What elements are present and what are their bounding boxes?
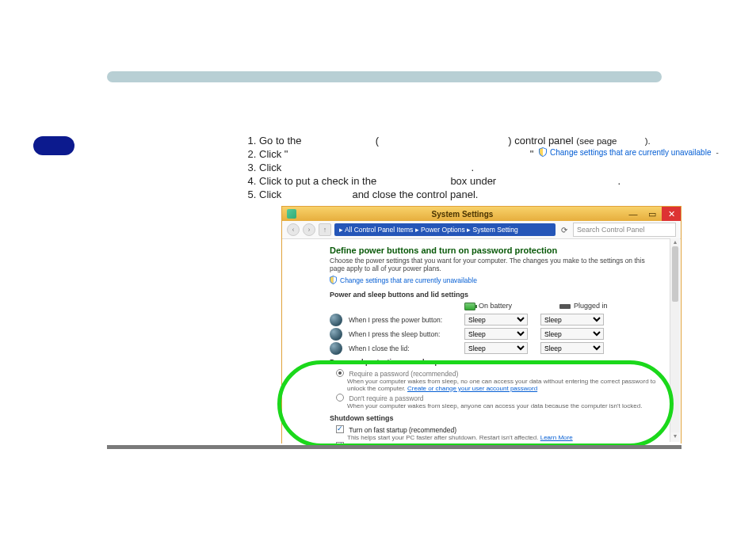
step-3: Click . [259, 162, 654, 174]
radio-label: Don't require a password [349, 394, 423, 402]
sleep-plugged-select[interactable]: Sleep [540, 328, 604, 340]
side-badge [33, 136, 74, 155]
col-battery-label: On battery [479, 302, 512, 310]
sleep-button-icon [330, 328, 342, 341]
page-heading: Define power buttons and turn on passwor… [330, 246, 657, 255]
step-5: Click and close the control panel. [259, 188, 654, 201]
step-text: Click [259, 162, 284, 173]
row-label: When I press the power button: [349, 316, 464, 324]
step-1: Go to the ( ) control panel (see page ). [259, 135, 654, 147]
column-headers: On battery Plugged in [464, 302, 657, 310]
battery-icon [464, 303, 475, 310]
window-body: Define power buttons and turn on passwor… [282, 239, 681, 444]
change-settings-link-text: Change settings that are currently unava… [340, 276, 477, 284]
section-heading-password: Password protection on wakeup [330, 358, 657, 366]
row-close-lid: When I close the lid: Sleep Sleep [330, 342, 657, 355]
checkbox-label: Sleep [349, 443, 366, 444]
checkbox-desc: This helps start your PC faster after sh… [347, 434, 657, 441]
embedded-window-screenshot: System Settings — ▭ ✕ ‹ › ↑ ▸ All Contro… [281, 206, 682, 444]
footer-divider [107, 445, 682, 449]
sleep-battery-select[interactable]: Sleep [464, 328, 528, 340]
shield-icon [539, 147, 547, 157]
section-heading-buttons: Power and sleep buttons and lid settings [330, 291, 657, 299]
row-label: When I close the lid: [349, 345, 464, 352]
lid-battery-select[interactable]: Sleep [464, 342, 528, 354]
step-4: Click to put a check in the box under . [259, 175, 654, 188]
minimize-button[interactable]: — [624, 207, 643, 221]
step-text: box under [450, 175, 498, 187]
window-title: System Settings [301, 210, 624, 219]
step-text-small: (see page [576, 136, 617, 146]
up-button[interactable]: ↑ [319, 223, 331, 236]
change-settings-inline-link: Change settings that are currently unava… [539, 147, 719, 157]
lid-plugged-select[interactable]: Sleep [540, 342, 604, 354]
forward-button[interactable]: › [303, 223, 315, 236]
radio-require-password[interactable]: Require a password (recommended) When yo… [336, 369, 657, 392]
checkbox-icon [336, 442, 344, 444]
page-subtext: Choose the power settings that you want … [330, 257, 657, 272]
scroll-down-icon[interactable]: ▾ [670, 432, 680, 442]
step-text: Click " [259, 148, 288, 160]
window-titlebar: System Settings — ▭ ✕ [282, 207, 681, 221]
lid-icon [330, 342, 342, 355]
learn-more-link[interactable]: Learn More [540, 434, 573, 441]
checkbox-sleep[interactable]: Sleep Show in Power menu. [336, 442, 657, 444]
step-text: Click [259, 188, 284, 200]
address-breadcrumb[interactable]: ▸ All Control Panel Items ▸ Power Option… [334, 223, 556, 236]
step-text: ( [376, 135, 379, 147]
maximize-button[interactable]: ▭ [643, 207, 662, 221]
search-input[interactable]: Search Control Panel [573, 223, 676, 237]
checkbox-icon [336, 425, 344, 433]
close-button[interactable]: ✕ [662, 207, 681, 221]
radio-desc: When your computer wakes from sleep, no … [347, 378, 657, 392]
scroll-thumb[interactable] [672, 246, 678, 302]
step-text: . [617, 175, 620, 187]
step-text-small: ). [645, 136, 651, 146]
plug-icon [559, 304, 571, 309]
section-heading-shutdown: Shutdown settings [330, 414, 657, 422]
power-battery-select[interactable]: Sleep [464, 314, 528, 326]
radio-label: Require a password (recommended) [349, 370, 458, 378]
window-app-icon [287, 209, 296, 219]
checkbox-label: Turn on fast startup (recommended) [349, 426, 456, 434]
row-label: When I press the sleep button: [349, 330, 464, 338]
step-text: and close the control panel. [352, 188, 478, 200]
refresh-button[interactable]: ⟳ [559, 226, 570, 234]
radio-icon [336, 369, 344, 377]
step-text: Go to the [259, 135, 304, 147]
checkbox-fast-startup[interactable]: Turn on fast startup (recommended) This … [336, 425, 657, 441]
change-settings-link[interactable]: Change settings that are currently unava… [330, 276, 657, 284]
step-text: ) control panel [508, 135, 576, 147]
step-text: Click to put a check in the [259, 175, 380, 187]
create-password-link[interactable]: Create or change your user account passw… [407, 385, 537, 392]
radio-desc: When your computer wakes from sleep, any… [347, 402, 657, 409]
back-button[interactable]: ‹ [287, 223, 300, 236]
step-text: " [530, 148, 534, 160]
scrollbar[interactable]: ▴ ▾ [670, 238, 680, 442]
radio-icon [336, 394, 344, 402]
change-settings-inline-text: Change settings that are currently unava… [550, 148, 711, 157]
col-plugged-label: Plugged in [574, 302, 608, 310]
header-accent-bar [107, 71, 662, 82]
shield-icon [330, 276, 337, 284]
document-page: Go to the ( ) control panel (see page ).… [0, 0, 756, 533]
step-text: . [471, 162, 474, 173]
power-plugged-select[interactable]: Sleep [540, 314, 604, 326]
row-power-button: When I press the power button: Sleep Sle… [330, 314, 657, 326]
dash: - [716, 148, 718, 157]
window-nav-row: ‹ › ↑ ▸ All Control Panel Items ▸ Power … [282, 221, 681, 239]
radio-dont-require-password[interactable]: Don't require a password When your compu… [336, 394, 657, 409]
power-button-icon [330, 314, 342, 326]
shutdown-settings-block: Shutdown settings Turn on fast startup (… [330, 414, 657, 444]
instruction-steps-block: Go to the ( ) control panel (see page ).… [242, 135, 654, 202]
row-sleep-button: When I press the sleep button: Sleep Sle… [330, 328, 657, 341]
